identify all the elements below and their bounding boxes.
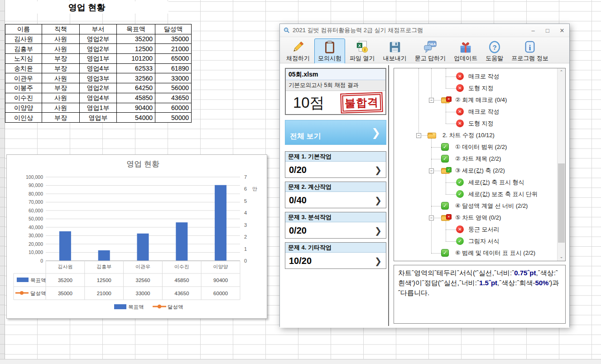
tree-item[interactable]: ① 데이터 범위 (2/2) [394,143,555,151]
column-header[interactable]: 직책 [42,24,80,34]
table-cell[interactable]: 영업부 [80,113,117,123]
problem-card-2[interactable]: 문제 2. 계산작업0/40 [285,182,386,208]
table-cell[interactable]: 노지심 [5,54,42,64]
problem-card-3[interactable]: 문제 3. 분석작업0/20 [285,212,386,239]
table-cell[interactable]: 사원 [42,44,80,54]
table-cell[interactable]: 65000 [155,54,192,64]
row-number: 11 [0,100,5,110]
table-cell[interactable]: 김사원 [5,34,42,44]
scrollbar-thumb[interactable] [558,163,565,243]
table-cell[interactable]: 영업1부 [80,103,117,113]
view-all-button[interactable]: 전체 보기 [285,120,386,145]
table-cell[interactable]: 이관우 [5,73,42,83]
minimize-button[interactable]: – [526,27,540,34]
table-cell[interactable]: 54000 [117,113,155,123]
table-cell[interactable]: 이수진 [5,93,42,103]
toolbar-button-excel-file[interactable]: X!파일 열기 [346,38,379,64]
table-cell[interactable]: 35000 [155,34,192,44]
table-cell[interactable]: 영업2부 [80,83,117,93]
fail-badge-icon [446,214,452,220]
table-cell[interactable]: 50000 [155,113,192,123]
table-cell[interactable]: 101200 [117,54,155,64]
table-cell[interactable]: 45850 [117,93,155,103]
table-cell[interactable]: 김흥부 [5,44,42,54]
table-cell[interactable]: 56000 [155,83,192,93]
scroll-down-icon[interactable]: ⌄ [558,253,565,261]
tree-item[interactable]: ② 차트 제목 (2/2) [394,155,555,163]
table-cell[interactable]: 43650 [155,93,192,103]
table-cell[interactable]: 21000 [155,44,192,54]
maximize-button[interactable]: □ [540,27,555,34]
tree-item[interactable]: ④ 달성액 계열 선 너비 (2/2) [394,202,555,210]
tree-item[interactable]: ⑥ 범례 및 데이터 표 표시 (2/2) [394,249,555,257]
toolbar-button-clipboard[interactable]: 모의시험 [314,38,345,64]
table-cell[interactable]: 62533 [117,63,155,73]
table-cell[interactable]: 사원 [42,103,80,113]
table-cell[interactable]: 영업2부 [80,44,117,54]
column-header[interactable]: 이름 [5,24,42,34]
tree-item[interactable]: 2. 차트 수정 (10/12) [394,131,555,139]
table-cell[interactable]: 60000 [155,103,192,113]
table-cell[interactable]: 사원 [42,73,80,83]
table-cell[interactable]: 32560 [117,73,155,83]
toolbar-button-floppy[interactable]: 내보내기 [380,38,410,64]
toolbar-button-pencil[interactable]: 채점하기 [283,38,313,64]
tree-item-label: ① 데이터 범위 (2/2) [455,143,507,151]
tree-item[interactable]: 매크로 작성 [394,72,555,81]
svg-text:21000: 21000 [97,291,111,296]
tree-item[interactable]: 매크로 작성 [394,108,555,116]
table-cell[interactable]: 영업4부 [80,63,117,73]
problem-card-1[interactable]: 문제 1. 기본작업0/20 [285,151,386,178]
table-cell[interactable]: 영업4부 [80,93,117,103]
table-cell[interactable]: 영업2부 [80,34,117,44]
row-number: 19 [0,178,5,188]
column-header[interactable]: 달성액 [155,24,192,34]
table-cell[interactable]: 영업3부 [80,73,117,83]
column-header[interactable]: 부서 [80,24,117,34]
tree-item-label: ② 차트 제목 (2/2) [455,155,501,163]
sales-table[interactable]: 이름직책부서목표액달성액김사원사원영업2부3520035000김흥부사원영업2부… [5,24,192,123]
column-header[interactable]: 목표액 [117,24,155,34]
table-cell[interactable]: 64250 [117,83,155,93]
table-cell[interactable]: 사원 [42,93,80,103]
toolbar-button-help[interactable]: ?도움말 [482,38,507,64]
tree-item[interactable]: 둥근 모서리 [394,225,555,234]
table-cell[interactable]: 부장 [42,83,80,93]
table-cell[interactable]: 부장 [42,54,80,64]
toolbar-button-info[interactable]: i프로그램 정보 [508,38,552,64]
table-cell[interactable]: 부장 [42,113,80,123]
tree-item[interactable]: 그림자 서식 [394,237,555,245]
grading-program-window[interactable]: 2021 길벗 컴퓨터활용능력 2급 실기 채점프로그램 – □ ✕ 채점하기모… [279,24,570,327]
table-cell[interactable]: 사원 [42,34,80,44]
table-row: 노지심부장영업1부10120065000 [5,54,192,64]
toolbar-button-gift[interactable]: 업데이트 [450,38,481,64]
tree-item[interactable]: 세로(값) 축 표시 형식 [394,178,555,187]
close-button[interactable]: ✕ [555,27,569,34]
tree-item[interactable]: ③ 세로(값) 축 (2/2) [394,167,555,175]
svg-text:5: 5 [244,198,247,204]
table-cell[interactable]: 35200 [117,34,155,44]
table-cell[interactable]: 90400 [117,103,155,113]
table-cell[interactable]: 61890 [155,63,192,73]
table-cell[interactable]: 이봉주 [5,83,42,93]
scroll-up-icon[interactable]: ⌃ [558,68,565,76]
tree-item[interactable]: 세로(값) 보조 축 표시 단위 [394,190,555,198]
tree-item[interactable]: ② 회계 매크로 (0/4) [394,96,555,104]
table-cell[interactable]: 이양양 [5,103,42,113]
table-cell[interactable]: 부장 [42,63,80,73]
tree-item[interactable]: ⑤ 차트 영역 (0/2) [394,214,555,222]
tree-item[interactable]: 도형 지정 [394,84,555,92]
sales-chart[interactable]: 영업 현황010,00020,00030,00040,00050,00060,0… [6,154,267,319]
tree-item[interactable]: 도형 지정 [394,120,555,128]
problem-card-4[interactable]: 문제 4. 기타작업10/20 [285,242,386,269]
window-titlebar[interactable]: 2021 길벗 컴퓨터활용능력 2급 실기 채점프로그램 – □ ✕ [280,24,569,37]
table-cell[interactable]: 33000 [155,73,192,83]
table-cell[interactable]: 영업1부 [80,54,117,64]
table-cell[interactable]: 12500 [117,44,155,54]
svg-text:0: 0 [40,258,43,263]
table-cell[interactable]: 송치윤 [5,63,42,73]
toolbar-button-qa-bubble[interactable]: Q&A묻고 답하기 [411,38,450,64]
result-tree[interactable]: 매크로 작성도형 지정② 회계 매크로 (0/4)매크로 작성도형 지정2. 차… [394,68,566,261]
table-cell[interactable]: 이인상 [5,113,42,123]
tree-scrollbar[interactable]: ⌃ ⌄ [557,68,565,261]
